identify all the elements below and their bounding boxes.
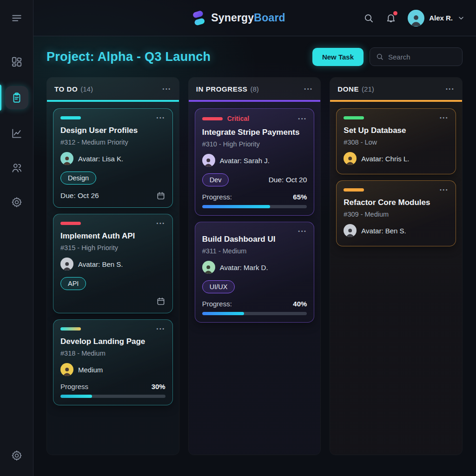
card-menu-icon[interactable]: ••• xyxy=(157,115,165,120)
task-card[interactable]: Critical ••• Integrate Stripe Payments #… xyxy=(195,108,315,216)
assignee-row: Avatar: Ben S. xyxy=(344,224,449,237)
progress-header: Progress: 40% xyxy=(202,300,307,308)
card-title: Build Dashboard UI xyxy=(202,235,307,244)
column-body: ••• Design User Profiles #312 - Medium P… xyxy=(47,102,179,455)
assignee-label: Avatar: Ben S. xyxy=(361,227,406,235)
task-card[interactable]: ••• Implement Auth API #315 - High Prior… xyxy=(53,214,173,313)
sidebar-item-analytics[interactable] xyxy=(7,123,27,144)
tag-pill[interactable]: UI/UX xyxy=(202,280,235,293)
analytics-icon xyxy=(11,127,23,139)
assignee-label: Avatar: Chris L. xyxy=(361,155,409,163)
due-date: Due: Oct 26 xyxy=(60,192,99,200)
topbar-actions: Alex R. xyxy=(363,10,465,26)
search-icon[interactable] xyxy=(363,13,374,24)
tag-row: Design xyxy=(60,172,165,185)
kanban-board: TO DO (14) ••• ••• Design User Profiles … xyxy=(46,77,463,455)
sidebar-nav xyxy=(5,52,28,212)
column-menu-icon[interactable]: ••• xyxy=(446,86,455,92)
card-accent-bar xyxy=(344,116,364,119)
top-bar: SynergyBoard Alex R. xyxy=(0,0,476,36)
card-menu-icon[interactable]: ••• xyxy=(440,115,449,120)
column-todo: TO DO (14) ••• ••• Design User Profiles … xyxy=(46,77,179,455)
new-task-button[interactable]: New Task xyxy=(312,48,364,66)
card-menu-icon[interactable]: ••• xyxy=(440,187,449,192)
column-header: IN PROGRESS (8) ••• xyxy=(189,78,321,100)
search-icon xyxy=(376,53,384,61)
brand-name: SynergyBoard xyxy=(211,12,285,24)
card-subtitle: #312 - Medium Priority xyxy=(60,139,165,146)
task-card[interactable]: ••• Build Dashboard UI #311 - Medium Ava… xyxy=(195,222,315,323)
page-title: Project: Alpha - Q3 Launch xyxy=(46,50,211,64)
card-title: Integrate Stripe Payments xyxy=(202,128,307,137)
tag-row: UI/UX xyxy=(202,280,307,293)
column-menu-icon[interactable]: ••• xyxy=(163,86,172,92)
column-count: (8) xyxy=(250,85,258,93)
team-icon xyxy=(11,162,23,174)
card-menu-icon[interactable]: ••• xyxy=(298,228,307,234)
tag-pill[interactable]: Dev xyxy=(202,173,229,186)
card-menu-icon[interactable]: ••• xyxy=(298,116,307,121)
card-title: Implement Auth API xyxy=(60,231,165,241)
column-count: (14) xyxy=(80,85,93,93)
assignee-row: Medium xyxy=(60,363,165,376)
column-body: Critical ••• Integrate Stripe Payments #… xyxy=(189,102,321,455)
card-subtitle: #308 - Low xyxy=(344,139,449,146)
column-menu-icon[interactable]: ••• xyxy=(304,86,313,92)
assignee-row: Avatar: Ben S. xyxy=(60,258,165,271)
menu-icon[interactable] xyxy=(7,8,27,28)
board-search xyxy=(370,47,463,66)
progress-bar xyxy=(202,205,307,208)
card-footer xyxy=(60,297,165,306)
tag-pill[interactable]: API xyxy=(60,277,86,290)
main-content: Project: Alpha - Q3 Launch New Task TO D… xyxy=(33,36,476,476)
sidebar-item-tasks[interactable] xyxy=(5,86,28,109)
tag-pill[interactable]: Design xyxy=(60,172,96,185)
logo-icon xyxy=(191,10,206,26)
settings-icon xyxy=(11,196,23,208)
task-card[interactable]: ••• Set Up Database #308 - Low Avatar: C… xyxy=(336,108,456,174)
calendar-icon xyxy=(156,191,165,200)
task-card[interactable]: ••• Develop Landing Page #318 - Medium M… xyxy=(53,319,173,405)
avatar xyxy=(202,154,215,167)
card-subtitle: #315 - High Priority xyxy=(60,244,165,251)
tag-row: Dev Due: Oct 20 xyxy=(202,173,307,186)
brand-name-part: Synergy xyxy=(211,12,254,24)
board-toolbar: Project: Alpha - Q3 Launch New Task xyxy=(46,47,463,66)
chevron-down-icon xyxy=(457,14,465,22)
notifications-bell-icon[interactable] xyxy=(385,13,397,24)
toolbar-actions: New Task xyxy=(312,47,463,66)
assignee-row: Avatar: Lisa K. xyxy=(60,152,165,165)
sidebar xyxy=(0,0,33,476)
notification-dot xyxy=(393,11,397,15)
card-subtitle: #309 - Medium xyxy=(344,211,449,218)
dashboard-icon xyxy=(11,56,23,68)
task-card[interactable]: ••• Design User Profiles #312 - Medium P… xyxy=(53,108,173,208)
assignee-label: Avatar: Ben S. xyxy=(78,260,123,268)
calendar-icon xyxy=(156,297,165,306)
progress-percent: 40% xyxy=(293,300,307,308)
card-subtitle: #318 - Medium xyxy=(60,350,165,357)
sidebar-item-dashboard[interactable] xyxy=(7,52,27,72)
progress-percent: 65% xyxy=(293,193,307,201)
user-menu[interactable]: Alex R. xyxy=(408,10,465,26)
brand: SynergyBoard xyxy=(191,10,285,26)
column-done: DONE (21) ••• ••• Set Up Database #308 -… xyxy=(330,77,463,455)
task-card[interactable]: ••• Refactor Core Modules #309 - Medium … xyxy=(336,180,456,246)
sidebar-item-team[interactable] xyxy=(7,158,27,178)
assignee-label: Avatar: Mark D. xyxy=(220,264,268,271)
assignee-label: Medium xyxy=(78,366,103,374)
card-title: Develop Landing Page xyxy=(60,337,165,346)
avatar xyxy=(60,363,73,376)
sidebar-item-settings[interactable] xyxy=(7,192,27,212)
card-footer: Due: Oct 26 xyxy=(60,191,165,200)
column-header: TO DO (14) ••• xyxy=(47,78,179,100)
assignee-label: Avatar: Sarah J. xyxy=(220,157,270,165)
progress-fill xyxy=(202,312,244,315)
app-root: SynergyBoard Alex R. xyxy=(0,0,476,476)
sidebar-bottom-settings[interactable] xyxy=(7,445,27,466)
assignee-row: Avatar: Mark D. xyxy=(202,261,307,274)
card-menu-icon[interactable]: ••• xyxy=(157,220,165,226)
card-menu-icon[interactable]: ••• xyxy=(157,326,165,331)
search-input[interactable] xyxy=(388,53,456,61)
card-accent-bar xyxy=(344,188,364,192)
